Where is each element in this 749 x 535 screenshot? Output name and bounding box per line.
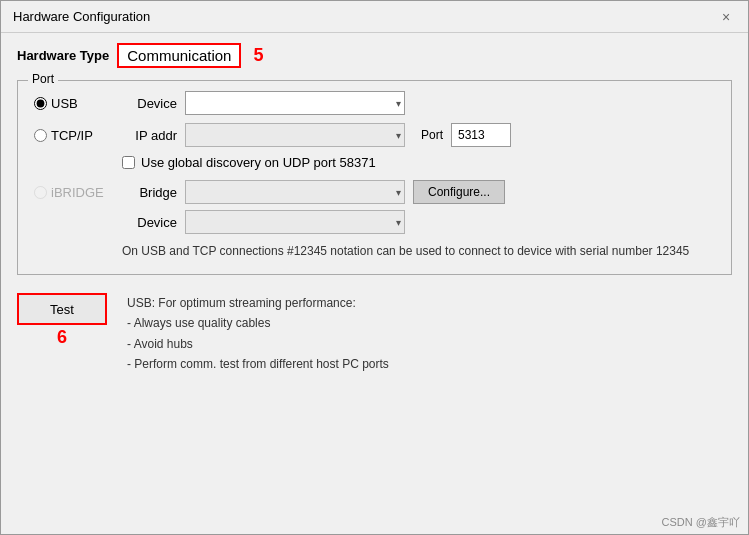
device-label-usb: Device <box>122 96 177 111</box>
ip-addr-dropdown-wrapper: ▾ <box>185 123 405 147</box>
test-badge: 6 <box>57 327 67 348</box>
test-button-area: Test 6 <box>17 293 107 348</box>
tcpip-radio[interactable] <box>34 129 47 142</box>
usb-radio[interactable] <box>34 97 47 110</box>
usb-device-dropdown[interactable] <box>185 91 405 115</box>
test-button[interactable]: Test <box>17 293 107 325</box>
communication-value: Communication <box>117 43 241 68</box>
usb-info-line1: USB: For optimum streaming performance: <box>127 293 389 313</box>
port-field-label: Port <box>421 128 443 142</box>
usb-label: USB <box>51 96 78 111</box>
ibridge-radio[interactable] <box>34 186 47 199</box>
usb-row: USB Device ▾ <box>34 91 715 115</box>
tcpip-radio-label[interactable]: TCP/IP <box>34 128 114 143</box>
usb-info-line4: - Perform comm. test from different host… <box>127 354 389 374</box>
usb-radio-label[interactable]: USB <box>34 96 114 111</box>
hardware-type-badge: 5 <box>253 45 263 66</box>
hardware-type-label: Hardware Type <box>17 48 109 63</box>
udp-label: Use global discovery on UDP port 58371 <box>141 155 376 170</box>
port-group: Port USB Device ▾ TCP/I <box>17 80 732 275</box>
ibridge-device-label: Device <box>122 215 177 230</box>
bottom-section: Test 6 USB: For optimum streaming perfor… <box>17 289 732 379</box>
content-area: Hardware Type Communication 5 Port USB D… <box>1 33 748 513</box>
bridge-dropdown[interactable] <box>185 180 405 204</box>
ibridge-device-dropdown-wrapper: ▾ <box>185 210 405 234</box>
udp-checkbox[interactable] <box>122 156 135 169</box>
usb-device-dropdown-wrapper: ▾ <box>185 91 405 115</box>
usb-info-line2: - Always use quality cables <box>127 313 389 333</box>
ibridge-row: iBRIDGE Bridge ▾ Configure... <box>34 180 715 204</box>
window-title: Hardware Configuration <box>13 9 150 24</box>
usb-info-text: USB: For optimum streaming performance: … <box>127 293 389 375</box>
title-bar: Hardware Configuration × <box>1 1 748 33</box>
ibridge-label: iBRIDGE <box>51 185 104 200</box>
configure-button[interactable]: Configure... <box>413 180 505 204</box>
connection-info-text: On USB and TCP connections #12345 notati… <box>122 242 715 260</box>
hardware-type-row: Hardware Type Communication 5 <box>17 43 732 68</box>
ibridge-device-dropdown[interactable] <box>185 210 405 234</box>
ip-addr-label: IP addr <box>122 128 177 143</box>
bridge-label: Bridge <box>122 185 177 200</box>
usb-info-line3: - Avoid hubs <box>127 334 389 354</box>
udp-row: Use global discovery on UDP port 58371 <box>122 155 715 170</box>
ibridge-device-row: Device ▾ <box>122 210 715 234</box>
ip-addr-dropdown[interactable] <box>185 123 405 147</box>
bridge-dropdown-wrapper: ▾ <box>185 180 405 204</box>
tcpip-row: TCP/IP IP addr ▾ Port 5313 <box>34 123 715 147</box>
close-button[interactable]: × <box>716 7 736 27</box>
port-legend: Port <box>28 72 58 86</box>
tcpip-label: TCP/IP <box>51 128 93 143</box>
port-value-input[interactable]: 5313 <box>451 123 511 147</box>
hardware-config-window: Hardware Configuration × Hardware Type C… <box>0 0 749 535</box>
watermark: CSDN @鑫宇吖 <box>1 513 748 534</box>
ibridge-radio-label[interactable]: iBRIDGE <box>34 185 114 200</box>
